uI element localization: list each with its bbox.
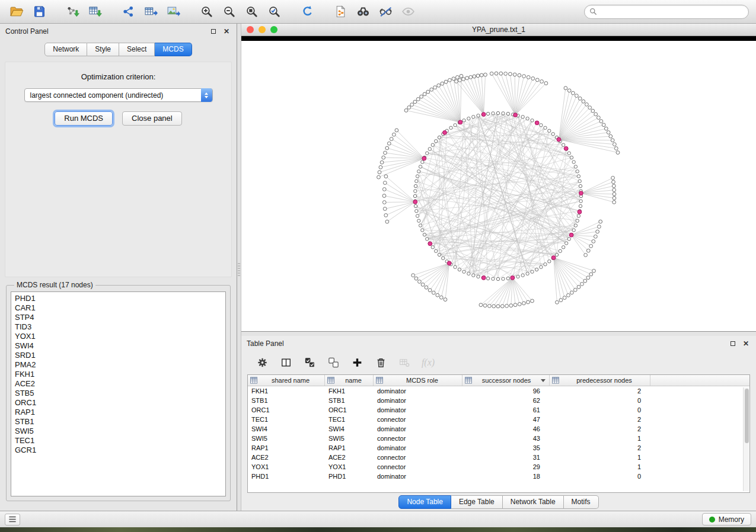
table-row[interactable]: FKH1FKH1dominator962 bbox=[248, 386, 749, 396]
table-scrollbar[interactable] bbox=[743, 387, 749, 491]
table-row[interactable]: YOX1YOX1connector291 bbox=[248, 462, 749, 472]
horizontal-splitter[interactable] bbox=[241, 332, 756, 336]
hide-details-button[interactable] bbox=[376, 3, 395, 21]
table-tab-motifs[interactable]: Motifs bbox=[564, 495, 599, 509]
export-network-button[interactable] bbox=[119, 3, 138, 21]
cell-predecessor-nodes: 0 bbox=[550, 473, 650, 480]
search-box[interactable] bbox=[584, 5, 749, 19]
cell-successor-nodes: 61 bbox=[462, 406, 550, 414]
tab-select[interactable]: Select bbox=[119, 43, 155, 56]
zoom-fit-button[interactable] bbox=[242, 3, 261, 21]
export-table-button[interactable] bbox=[141, 3, 160, 21]
table-tab-network-table[interactable]: Network Table bbox=[503, 495, 564, 509]
mcds-result-item[interactable]: GCR1 bbox=[15, 446, 225, 455]
window-maximize-icon[interactable] bbox=[270, 26, 277, 33]
cell-name: ORC1 bbox=[325, 406, 374, 414]
vertical-splitter[interactable] bbox=[237, 24, 241, 511]
table-options-button[interactable] bbox=[254, 354, 270, 371]
tab-network[interactable]: Network bbox=[44, 43, 87, 56]
zoom-in-button[interactable] bbox=[197, 3, 216, 21]
close-panel-icon[interactable]: ✕ bbox=[222, 27, 231, 36]
mcds-result-item[interactable]: SWI4 bbox=[15, 341, 225, 351]
mcds-result-item[interactable]: TID3 bbox=[15, 322, 225, 332]
mcds-result-item[interactable]: SRD1 bbox=[15, 351, 225, 360]
table-row[interactable]: STB1STB1dominator620 bbox=[248, 396, 749, 405]
table-row[interactable]: SWI5SWI5connector431 bbox=[248, 434, 749, 443]
mcds-result-item[interactable]: PHD1 bbox=[15, 294, 225, 303]
search-network-button[interactable] bbox=[353, 3, 372, 21]
window-minimize-icon[interactable] bbox=[259, 26, 266, 33]
mcds-result-item[interactable]: ORC1 bbox=[15, 398, 225, 408]
mcds-result-item[interactable]: ACE2 bbox=[15, 379, 225, 389]
optimization-criterion-select[interactable]: largest connected component (undirected) bbox=[24, 88, 213, 102]
table-row[interactable]: ACE2ACE2connector311 bbox=[248, 453, 749, 462]
delete-table-button[interactable] bbox=[397, 354, 412, 371]
tab-style[interactable]: Style bbox=[87, 43, 119, 56]
status-menu-button[interactable] bbox=[5, 514, 20, 525]
close-panel-button[interactable]: Close panel bbox=[122, 111, 182, 126]
search-input[interactable] bbox=[600, 8, 744, 16]
table-row[interactable]: PHD1PHD1dominator180 bbox=[248, 472, 749, 481]
run-mcds-button[interactable]: Run MCDS bbox=[55, 111, 113, 126]
column-header-name[interactable]: name bbox=[325, 375, 374, 386]
function-builder-button[interactable]: f(x) bbox=[420, 354, 436, 371]
mcds-result-item[interactable]: STB1 bbox=[15, 417, 225, 427]
mcds-result-item[interactable]: RAP1 bbox=[15, 408, 225, 417]
window-close-icon[interactable] bbox=[247, 26, 254, 33]
select-all-columns-button[interactable] bbox=[302, 354, 317, 371]
mcds-result-item[interactable]: STB5 bbox=[15, 389, 225, 398]
table-row[interactable]: ORC1ORC1dominator610 bbox=[248, 405, 749, 415]
mcds-result-list[interactable]: PHD1CAR1STP4TID3YOX1SWI4SRD1PMA2FKH1ACE2… bbox=[11, 291, 226, 496]
export-image-button[interactable] bbox=[164, 3, 183, 21]
mcds-result-item[interactable]: PMA2 bbox=[15, 360, 225, 370]
mcds-result-item[interactable]: TEC1 bbox=[15, 436, 225, 446]
export-document-button[interactable] bbox=[331, 3, 350, 21]
cell-predecessor-nodes: 0 bbox=[550, 406, 650, 414]
table-row[interactable]: RAP1RAP1dominator352 bbox=[248, 443, 749, 453]
network-canvas[interactable] bbox=[241, 41, 756, 331]
show-columns-button[interactable] bbox=[278, 354, 294, 371]
table-panel-title: Table Panel bbox=[247, 339, 284, 348]
mcds-result-item[interactable]: CAR1 bbox=[15, 303, 225, 313]
tab-mcds[interactable]: MCDS bbox=[155, 43, 192, 56]
zoom-out-button[interactable] bbox=[219, 3, 238, 21]
cell-name: PHD1 bbox=[325, 473, 374, 480]
unselect-all-columns-button[interactable] bbox=[326, 354, 341, 371]
float-panel-icon[interactable] bbox=[209, 27, 218, 36]
mcds-result-item[interactable]: STP4 bbox=[15, 313, 225, 322]
create-column-button[interactable] bbox=[349, 354, 365, 371]
table-tab-edge-table[interactable]: Edge Table bbox=[451, 495, 503, 509]
column-header-mcds-role[interactable]: MCDS role bbox=[374, 375, 462, 386]
save-session-button[interactable] bbox=[30, 3, 49, 21]
cell-mcds-role: dominator bbox=[374, 473, 462, 480]
mcds-result-item[interactable]: YOX1 bbox=[15, 332, 225, 341]
float-table-panel-icon[interactable] bbox=[728, 339, 738, 348]
column-header-predecessor-nodes[interactable]: predecessor nodes bbox=[550, 375, 650, 386]
column-header-successor-nodes[interactable]: successor nodes bbox=[462, 375, 550, 386]
select-stepper-icon bbox=[201, 88, 212, 102]
table-header-row: shared namenameMCDS rolesuccessor nodesp… bbox=[248, 375, 749, 386]
column-header-shared-name[interactable]: shared name bbox=[248, 375, 325, 386]
zoom-selected-button[interactable] bbox=[264, 3, 283, 21]
close-table-panel-icon[interactable]: ✕ bbox=[741, 339, 751, 348]
select-all-icon bbox=[304, 357, 315, 368]
table-row[interactable]: SWI4SWI4dominator462 bbox=[248, 424, 749, 434]
memory-button[interactable]: Memory bbox=[702, 513, 751, 525]
open-file-button[interactable] bbox=[7, 3, 26, 21]
refresh-view-button[interactable] bbox=[298, 3, 317, 21]
network-graph bbox=[241, 41, 756, 331]
scrollbar-thumb[interactable] bbox=[745, 389, 749, 443]
cell-successor-nodes: 43 bbox=[462, 435, 550, 442]
import-network-button[interactable] bbox=[63, 3, 82, 21]
trash-icon bbox=[375, 357, 387, 368]
mcds-result-item[interactable]: SWI5 bbox=[15, 427, 225, 436]
delete-column-button[interactable] bbox=[373, 354, 388, 371]
table-row[interactable]: TEC1TEC1connector472 bbox=[248, 415, 749, 424]
network-view-titlebar[interactable]: YPA_prune.txt_1 bbox=[241, 24, 756, 36]
open-folder-icon bbox=[10, 5, 24, 18]
mcds-result-item[interactable]: FKH1 bbox=[15, 370, 225, 379]
import-table-button[interactable] bbox=[85, 3, 104, 21]
show-details-button[interactable] bbox=[398, 3, 417, 21]
cell-successor-nodes: 46 bbox=[462, 425, 550, 432]
table-tab-node-table[interactable]: Node Table bbox=[398, 495, 451, 509]
